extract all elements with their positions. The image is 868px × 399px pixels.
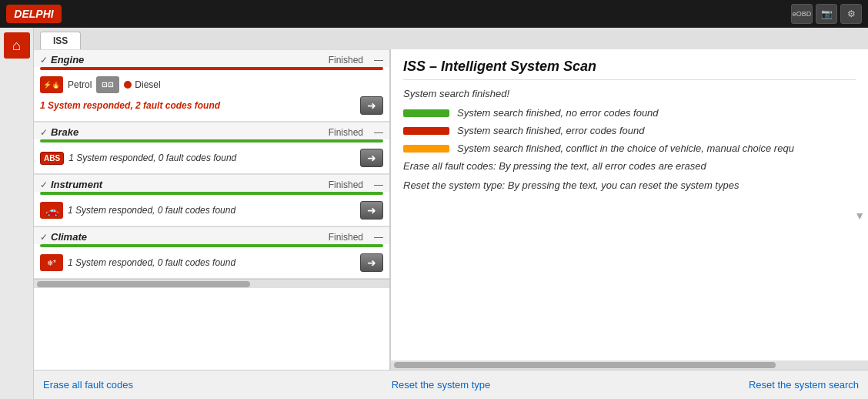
- right-panel-title: ISS – Intelligent System Scan: [403, 59, 856, 80]
- climate-header-left: ✓ Climate: [40, 231, 87, 243]
- erase-description: Erase all fault codes: By pressing the t…: [403, 160, 856, 172]
- engine-status: Finished: [329, 55, 363, 65]
- brake-status-bar: [40, 139, 383, 142]
- right-panel-scrollbar[interactable]: [391, 360, 868, 370]
- climate-status: Finished: [329, 232, 363, 243]
- delphi-logo: DELPHI: [6, 5, 62, 23]
- header-icons: eOBD 📷 ⚙: [791, 4, 862, 24]
- diesel-label: Diesel: [135, 79, 160, 90]
- engine-fault-row: 1 System responded, 2 fault codes found …: [40, 96, 383, 115]
- system-group-climate: ✓ Climate Finished —: [34, 226, 389, 279]
- tab-bar: ISS: [34, 28, 868, 49]
- brake-check-icon: ✓: [40, 127, 48, 138]
- header: DELPHI eOBD 📷 ⚙: [0, 0, 868, 28]
- eobd-button[interactable]: eOBD: [791, 4, 813, 24]
- tab-iss[interactable]: ISS: [40, 32, 81, 49]
- gear-icon: ⚙: [847, 8, 856, 19]
- legend-text-orange: System search finished, conflict in the …: [457, 142, 794, 154]
- engine-minimize-button[interactable]: —: [374, 55, 383, 65]
- engine-group-body: ⚡🔥 Petrol ⊡⊡ Diesel 1 System responded, …: [34, 73, 389, 121]
- legend-item-orange: System search finished, conflict in the …: [403, 142, 856, 154]
- instrument-group-body: 🚗 1 System responded, 0 fault codes foun…: [34, 198, 389, 226]
- left-nav: ⌂: [0, 28, 34, 399]
- reset-system-type-link[interactable]: Reset the system type: [392, 379, 491, 391]
- engine-arrow-button[interactable]: ➜: [360, 96, 383, 115]
- engine-icons-row: ⚡🔥 Petrol ⊡⊡ Diesel: [40, 76, 383, 93]
- legend-bar-orange: [403, 145, 449, 153]
- instrument-status: Finished: [329, 179, 363, 190]
- climate-fault-text: 1 System responded, 0 fault codes found: [68, 257, 235, 268]
- engine-status-bar: [40, 67, 383, 70]
- main-container: ⌂ ISS ✓ Engine: [0, 28, 868, 399]
- erase-fault-codes-link[interactable]: Erase all fault codes: [43, 379, 133, 391]
- bottom-bar: Erase all fault codes Reset the system t…: [34, 370, 868, 399]
- engine-petrol-icon: ⚡🔥: [40, 76, 63, 93]
- engine-fault-text: 1 System responded, 2 fault codes found: [40, 100, 220, 111]
- engine-header-left: ✓ Engine: [40, 54, 84, 65]
- instrument-fault-row: 🚗 1 System responded, 0 fault codes foun…: [40, 201, 383, 220]
- legend-text-red: System search finished, error codes foun…: [457, 125, 645, 136]
- right-scrollbar-thumb: [394, 362, 776, 368]
- instrument-minimize-button[interactable]: —: [374, 179, 383, 190]
- legend-bar-red: [403, 127, 449, 135]
- brake-minimize-button[interactable]: —: [374, 127, 383, 138]
- camera-icon: 📷: [821, 8, 833, 19]
- scrollbar-thumb: [37, 281, 250, 287]
- instrument-fault-text: 1 System responded, 0 fault codes found: [68, 205, 235, 216]
- engine-diesel-icon: ⊡⊡: [96, 76, 119, 93]
- brake-arrow-button[interactable]: ➜: [360, 149, 383, 167]
- camera-button[interactable]: 📷: [816, 4, 837, 24]
- system-group-brake: ✓ Brake Finished —: [34, 122, 389, 174]
- left-panel-inner: ✓ Engine Finished — ⚡🔥: [34, 49, 389, 279]
- system-group-instrument: ✓ Instrument Finished —: [34, 174, 389, 226]
- climate-fault-row: ❄* 1 System responded, 0 fault codes fou…: [40, 253, 383, 272]
- climate-group-body: ❄* 1 System responded, 0 fault codes fou…: [34, 250, 389, 278]
- reset-system-search-link[interactable]: Reset the system search: [749, 379, 859, 391]
- legend-item-red: System search finished, error codes foun…: [403, 125, 856, 136]
- instrument-status-bar: [40, 192, 383, 195]
- brake-fault-text: 1 System responded, 0 fault codes found: [68, 153, 236, 163]
- left-panel: ✓ Engine Finished — ⚡🔥: [34, 49, 391, 370]
- legend-text-green: System search finished, no error codes f…: [457, 107, 659, 119]
- brake-status: Finished: [329, 127, 363, 138]
- climate-group-header: ✓ Climate Finished —: [34, 226, 389, 244]
- settings-button[interactable]: ⚙: [840, 4, 862, 24]
- instrument-icon: 🚗: [40, 202, 63, 219]
- right-panel: ISS – Intelligent System Scan System sea…: [391, 49, 868, 370]
- petrol-label: Petrol: [68, 79, 92, 90]
- instrument-header-left: ✓ Instrument: [40, 179, 102, 190]
- brake-group-header: ✓ Brake Finished —: [34, 122, 389, 139]
- eobd-label: eOBD: [793, 10, 812, 18]
- home-icon: ⌂: [12, 38, 21, 54]
- legend-bar-green: [403, 109, 449, 117]
- panels: ✓ Engine Finished — ⚡🔥: [34, 49, 868, 370]
- right-panel-subtitle: System search finished!: [403, 88, 856, 99]
- climate-check-icon: ✓: [40, 232, 48, 243]
- home-button[interactable]: ⌂: [4, 32, 30, 59]
- diesel-radio-dot: [124, 81, 132, 89]
- instrument-group-header: ✓ Instrument Finished —: [34, 174, 389, 192]
- content-area: ISS ✓ Engine Finished: [34, 28, 868, 399]
- brake-group-body: ABS 1 System responded, 0 fault codes fo…: [34, 146, 389, 173]
- climate-status-bar: [40, 244, 383, 247]
- brake-fault-row: ABS 1 System responded, 0 fault codes fo…: [40, 149, 383, 167]
- brake-group-name: Brake: [51, 126, 78, 138]
- instrument-check-icon: ✓: [40, 179, 48, 190]
- diesel-radio[interactable]: Diesel: [124, 79, 160, 90]
- abs-icon: ABS: [40, 152, 64, 165]
- scroll-indicator: ▼: [854, 210, 865, 222]
- system-group-engine: ✓ Engine Finished — ⚡🔥: [34, 49, 389, 122]
- climate-minimize-button[interactable]: —: [374, 232, 383, 243]
- climate-icon: ❄*: [40, 254, 63, 271]
- brake-header-left: ✓ Brake: [40, 126, 78, 138]
- instrument-group-name: Instrument: [51, 179, 102, 190]
- legend-item-green: System search finished, no error codes f…: [403, 107, 856, 119]
- left-panel-scrollbar[interactable]: [34, 279, 389, 288]
- climate-group-name: Climate: [51, 231, 87, 243]
- reset-description: Reset the system type: By pressing the t…: [403, 179, 856, 191]
- engine-group-name: Engine: [51, 54, 84, 65]
- engine-group-header: ✓ Engine Finished —: [34, 49, 389, 67]
- climate-arrow-button[interactable]: ➜: [360, 253, 383, 272]
- engine-check-icon: ✓: [40, 55, 48, 65]
- instrument-arrow-button[interactable]: ➜: [360, 201, 383, 220]
